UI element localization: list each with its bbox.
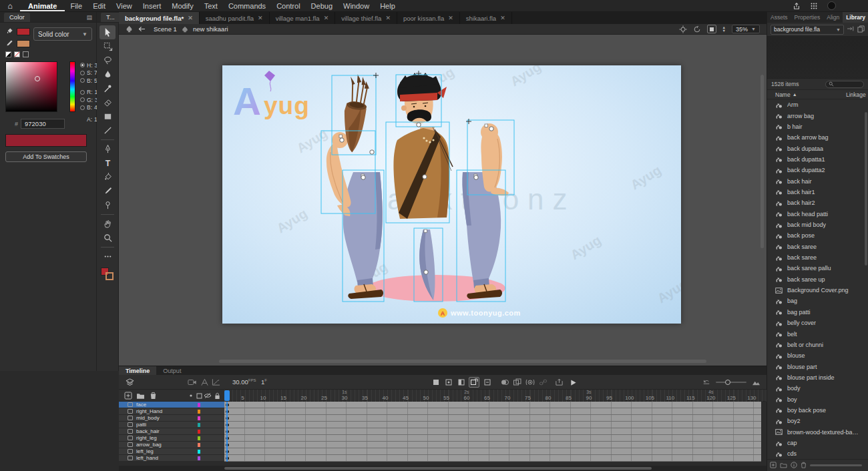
fluid-brush-tool[interactable]: [99, 67, 116, 81]
hand-tool[interactable]: [99, 217, 116, 231]
library-item[interactable]: bag patti: [767, 307, 865, 318]
document-tab[interactable]: background file.fla*✕: [119, 12, 200, 24]
auto-keyframe-icon[interactable]: [456, 377, 467, 388]
layer-frames-row[interactable]: [224, 455, 761, 462]
breadcrumb-scene[interactable]: Scene 1: [154, 25, 177, 33]
stroke-color-tool-icon[interactable]: [5, 39, 14, 49]
color-picker-field[interactable]: [5, 61, 57, 112]
lasso-tool[interactable]: [99, 53, 116, 67]
more-tools[interactable]: [99, 250, 116, 264]
menu-item-debug[interactable]: Debug: [306, 0, 338, 11]
stage[interactable]: AyugAyugAyugAyugAyugAyugAyugAyug Taaktoo…: [222, 65, 681, 324]
document-tab[interactable]: village man1.fla✕: [270, 12, 336, 24]
slider-knob[interactable]: [725, 380, 730, 385]
export-animation-icon[interactable]: [554, 377, 564, 388]
color-panel-title[interactable]: Color: [4, 13, 30, 22]
fps-value[interactable]: 30.00FPS: [232, 378, 256, 386]
library-item[interactable]: cds: [767, 448, 865, 459]
layer-row-right_Hand[interactable]: right_Hand: [119, 408, 224, 415]
tab-timeline[interactable]: Timeline: [119, 366, 156, 375]
tools-panel-title[interactable]: T...: [101, 13, 120, 22]
library-item[interactable]: bag: [767, 296, 865, 306]
library-item[interactable]: back dupatta1: [767, 154, 865, 165]
column-linkage[interactable]: Linkage: [846, 91, 866, 98]
hex-input[interactable]: 972030: [21, 119, 65, 129]
library-item[interactable]: arrow bag: [767, 110, 865, 121]
torso-part[interactable]: [393, 127, 453, 219]
back-arrow-icon[interactable]: [138, 26, 146, 32]
reset-timeline-zoom-icon[interactable]: [701, 377, 712, 388]
layer-row-back_hair[interactable]: back_hair: [119, 428, 224, 435]
tab-library[interactable]: Library: [843, 12, 868, 23]
library-item[interactable]: back saree: [767, 242, 865, 252]
layer-outline-color-chip[interactable]: [198, 443, 200, 447]
timeline-zoom-slider[interactable]: [716, 382, 746, 383]
library-item[interactable]: blouse part inside: [767, 372, 865, 383]
layer-row-arrow_bag[interactable]: arrow_bag: [119, 442, 224, 448]
library-item[interactable]: boy2: [767, 416, 865, 426]
insert-keyframe-icon[interactable]: [431, 377, 441, 388]
timeline-ruler[interactable]: 5101520253035404550556065707580859095100…: [224, 390, 767, 402]
layer-frames-row[interactable]: [224, 402, 761, 408]
layer-outline-color-chip[interactable]: [198, 456, 200, 460]
library-item[interactable]: back saree: [767, 252, 865, 263]
link-icon[interactable]: [537, 377, 548, 388]
layer-outline-color-chip[interactable]: [198, 436, 200, 440]
rectangle-tool[interactable]: [99, 109, 116, 123]
layer-frames-row[interactable]: [224, 442, 761, 448]
document-tab[interactable]: saadhu pandit.fla✕: [200, 12, 270, 24]
color-field-radio[interactable]: [80, 105, 85, 110]
layer-frames-row[interactable]: [224, 428, 761, 435]
onion-skin-range-icon[interactable]: [525, 377, 535, 388]
library-item[interactable]: belly cover: [767, 318, 865, 328]
color-type-dropdown[interactable]: Solid color ▼: [33, 27, 92, 41]
menu-item-view[interactable]: View: [111, 0, 138, 11]
color-field-radio[interactable]: [80, 97, 85, 102]
onion-skin-icon[interactable]: [499, 377, 510, 388]
line-tool[interactable]: [99, 123, 116, 137]
library-item[interactable]: back dupataa: [767, 143, 865, 153]
layer-row-face[interactable]: face: [119, 402, 224, 408]
library-column-header[interactable]: Name ▲ Linkage: [767, 89, 868, 99]
color-field-radio[interactable]: [80, 78, 85, 83]
panel-menu-icon[interactable]: ▤: [86, 14, 92, 21]
home-icon[interactable]: ⌂: [0, 1, 20, 11]
hue-slider[interactable]: [69, 61, 75, 112]
library-item[interactable]: back pose: [767, 230, 865, 241]
menu-item-file[interactable]: File: [65, 0, 87, 11]
menu-item-window[interactable]: Window: [338, 0, 375, 11]
layer-frames-row[interactable]: [224, 435, 761, 442]
library-item[interactable]: back hair1: [767, 187, 865, 197]
playhead-marker[interactable]: [224, 390, 230, 401]
canvas-pasteboard[interactable]: AyugAyugAyugAyugAyugAyugAyugAyug Taaktoo…: [119, 35, 767, 366]
color-field-radio[interactable]: [80, 71, 85, 75]
close-tab-icon[interactable]: ✕: [448, 15, 453, 21]
layer-row-patti[interactable]: patti: [119, 422, 224, 428]
fill-color-swatch[interactable]: [17, 28, 30, 35]
new-symbol-button[interactable]: [770, 462, 777, 470]
menu-item-help[interactable]: Help: [375, 0, 401, 11]
library-item[interactable]: brown-wood-textured-backgr...: [767, 427, 865, 438]
tab-properties[interactable]: Properties: [791, 12, 824, 23]
close-tab-icon[interactable]: ✕: [188, 15, 193, 21]
zoom-level-dropdown[interactable]: 35% ▼: [732, 25, 760, 33]
library-item[interactable]: blouse part: [767, 361, 865, 372]
frame-view-icon[interactable]: [750, 377, 761, 388]
free-transform-tool[interactable]: [99, 39, 116, 53]
library-item[interactable]: b hair: [767, 121, 865, 132]
layer-outline-color-chip[interactable]: [198, 450, 200, 454]
library-item[interactable]: back head patti: [767, 209, 865, 219]
swap-colors-icon[interactable]: [23, 51, 29, 57]
close-tab-icon[interactable]: ✕: [385, 15, 391, 21]
new-library-panel-icon[interactable]: [857, 25, 865, 34]
classic-brush-tool[interactable]: [99, 81, 116, 95]
timeline-hscrollbar[interactable]: [119, 466, 767, 471]
new-folder-button[interactable]: [780, 462, 787, 470]
menu-item-text[interactable]: Text: [199, 0, 223, 11]
pin-library-icon[interactable]: [847, 25, 855, 33]
new-layer-button[interactable]: [123, 390, 134, 401]
menu-item-edit[interactable]: Edit: [87, 0, 111, 11]
clip-content-button[interactable]: [707, 25, 716, 33]
library-item[interactable]: back mid body: [767, 219, 865, 230]
camera-icon[interactable]: [187, 377, 198, 388]
